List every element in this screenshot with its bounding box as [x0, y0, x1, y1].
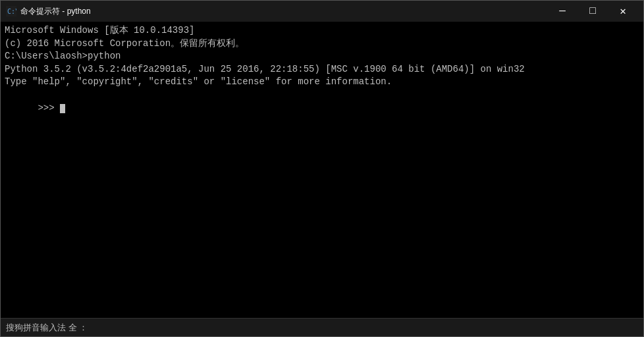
title-bar: C:\ 命令提示符 - python — □ ✕: [1, 1, 643, 22]
cmd-icon: C:\: [6, 6, 16, 16]
window-controls: — □ ✕: [547, 1, 638, 22]
cmd-window: C:\ 命令提示符 - python — □ ✕ Microsoft Windo…: [0, 0, 644, 337]
window-title: 命令提示符 - python: [20, 6, 91, 17]
title-bar-left: C:\ 命令提示符 - python: [6, 6, 91, 17]
close-button[interactable]: ✕: [608, 1, 638, 22]
terminal-line-5: Type "help", "copyright", "credits" or "…: [5, 76, 639, 89]
maximize-button[interactable]: □: [577, 1, 608, 22]
terminal-line-6: >>>: [5, 89, 639, 128]
terminal-line-0: Microsoft Windows [版本 10.0.14393]: [5, 24, 639, 38]
prompt-text: >>>: [38, 103, 60, 113]
terminal-line-4: Python 3.5.2 (v3.5.2:4def2a2901a5, Jun 2…: [5, 63, 639, 76]
terminal-body[interactable]: Microsoft Windows [版本 10.0.14393] (c) 20…: [1, 22, 643, 318]
taskbar: 搜狗拼音输入法 全 ：: [1, 318, 643, 336]
svg-text:C:\: C:\: [7, 8, 16, 15]
taskbar-text: 搜狗拼音输入法 全 ：: [6, 322, 88, 334]
terminal-line-1: (c) 2016 Microsoft Corporation。保留所有权利。: [5, 38, 639, 51]
terminal-line-3: C:\Users\laosh>python: [5, 50, 639, 63]
cursor: [60, 104, 65, 113]
minimize-button[interactable]: —: [547, 1, 577, 22]
